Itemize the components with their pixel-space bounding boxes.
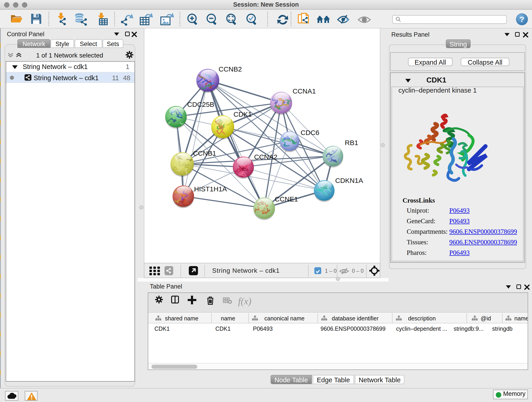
svg-text:HIST1H1A: HIST1H1A xyxy=(194,185,227,193)
svg-text:CCNB2: CCNB2 xyxy=(219,65,242,73)
svg-text:CCNA1: CCNA1 xyxy=(293,87,316,95)
svg-text:CCNB1: CCNB1 xyxy=(193,149,216,157)
svg-text:RB1: RB1 xyxy=(345,139,358,147)
svg-text:CCNE1: CCNE1 xyxy=(275,195,298,203)
svg-text:CDC25B: CDC25B xyxy=(187,101,214,108)
svg-text:CCNA2: CCNA2 xyxy=(254,153,278,161)
svg-text:CDKN1A: CDKN1A xyxy=(335,177,363,184)
svg-text:CDK1: CDK1 xyxy=(234,110,252,118)
svg-text:CDC6: CDC6 xyxy=(301,129,319,136)
